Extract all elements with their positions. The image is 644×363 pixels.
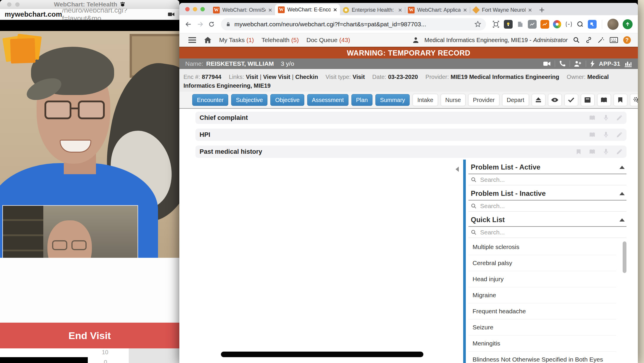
edit-pencil-icon[interactable]: [616, 115, 622, 121]
section-hpi[interactable]: HPI: [195, 129, 626, 141]
search-icon[interactable]: [573, 37, 580, 44]
list-item[interactable]: Frequent headache: [468, 303, 616, 319]
close-window-button[interactable]: [185, 7, 190, 11]
tab-plan[interactable]: Plan: [351, 94, 372, 106]
reload-button[interactable]: [208, 21, 215, 28]
close-tab-icon[interactable]: [463, 8, 467, 12]
book-icon[interactable]: [589, 115, 595, 120]
close-tab-icon[interactable]: [398, 8, 402, 12]
search-input[interactable]: [480, 202, 624, 210]
address-bar[interactable]: mywebchart.com/neuro/webchart.cgi?f=char…: [221, 18, 486, 30]
problem-list-inactive-header[interactable]: Problem List - Inactive: [468, 186, 626, 200]
tab-webchart-e-encounter[interactable]: W WebChart: E-Encou: [275, 4, 340, 15]
edit-pencil-icon[interactable]: [616, 149, 622, 155]
nav-telehealth[interactable]: Telehealth(5): [262, 37, 299, 44]
section-past-medical-history[interactable]: Past medical history: [195, 146, 626, 158]
back-button[interactable]: [185, 21, 192, 28]
extension-icon-analytics-orange[interactable]: [540, 20, 549, 29]
settings-gears-button[interactable]: [630, 94, 638, 106]
bookmark-star-icon[interactable]: [474, 21, 481, 28]
video-call-icon[interactable]: [543, 61, 551, 67]
home-icon[interactable]: [204, 37, 212, 44]
close-tab-icon[interactable]: [268, 8, 272, 12]
search-input[interactable]: [480, 229, 624, 236]
quick-list-header[interactable]: Quick List: [468, 213, 626, 227]
microphone-icon[interactable]: [604, 132, 608, 138]
end-visit-button[interactable]: End Visit: [0, 323, 179, 348]
microphone-icon[interactable]: [604, 115, 608, 121]
telehealth-address-bar[interactable]: mywebchart.com/neuro/webchart.cgi?f=layo…: [0, 9, 179, 20]
window-control-dot[interactable]: [7, 2, 11, 7]
keyboard-icon[interactable]: [610, 37, 618, 43]
problem-list-inactive-search[interactable]: [468, 200, 626, 212]
list-item[interactable]: Blindness Not Otherwise Specified in Bot…: [468, 352, 616, 363]
nurse-button[interactable]: Nurse: [441, 94, 466, 106]
link-icon[interactable]: [585, 37, 592, 44]
forward-button[interactable]: [196, 21, 204, 28]
chevron-up-icon[interactable]: [619, 218, 625, 222]
bolt-icon[interactable]: [590, 60, 595, 67]
add-person-icon[interactable]: [574, 61, 582, 67]
new-tab-button[interactable]: [538, 6, 545, 13]
extension-icon-parens[interactable]: [565, 21, 573, 27]
close-tab-icon[interactable]: [333, 8, 337, 12]
tab-objective[interactable]: Objective: [270, 94, 304, 106]
bookmark-button[interactable]: [614, 94, 627, 106]
close-tab-icon[interactable]: [528, 8, 532, 12]
menu-icon[interactable]: [188, 37, 196, 43]
chevron-up-icon[interactable]: [619, 166, 625, 169]
extension-icon-screenshot[interactable]: [492, 20, 500, 28]
list-item[interactable]: Migraine: [468, 287, 616, 303]
profile-avatar[interactable]: [607, 19, 619, 30]
list-item[interactable]: Multiple sclerosis: [468, 239, 616, 255]
tab-summary[interactable]: Summary: [375, 94, 410, 106]
quick-list-scrollbar-thumb[interactable]: [623, 241, 626, 273]
intake-button[interactable]: Intake: [413, 94, 438, 106]
book-icon[interactable]: [589, 132, 595, 137]
window-control-dot[interactable]: [15, 2, 20, 7]
book-button[interactable]: [597, 94, 611, 106]
book-icon[interactable]: [589, 149, 595, 154]
chevron-up-icon[interactable]: [619, 192, 625, 195]
tab-webchart-omniscope[interactable]: W WebChart: OmniSc: [210, 5, 275, 15]
wand-icon[interactable]: [597, 37, 604, 44]
zoom-window-button[interactable]: [200, 7, 205, 11]
collapse-panel-icon[interactable]: [456, 167, 459, 172]
logged-in-user[interactable]: Medical Informatics Engineering, MIE19 -…: [424, 37, 568, 44]
edit-pencil-icon[interactable]: [616, 132, 622, 138]
quick-list-search[interactable]: [468, 227, 626, 238]
view-visit-link[interactable]: View Visit: [263, 74, 290, 80]
camera-icon[interactable]: [168, 12, 175, 17]
browser-update-icon[interactable]: [623, 19, 633, 29]
extension-icon-compass[interactable]: [553, 20, 561, 28]
extension-icon-analytics-gray[interactable]: [528, 20, 537, 29]
lock-icon[interactable]: [226, 21, 231, 27]
extension-icon-lighthouse[interactable]: [504, 20, 513, 29]
problem-list-active-header[interactable]: Problem List - Active: [468, 160, 626, 174]
eye-button[interactable]: [548, 94, 562, 106]
tab-webchart-application[interactable]: W WebChart: Applica: [405, 5, 470, 15]
visit-link[interactable]: Visit: [246, 74, 258, 80]
eject-button[interactable]: [532, 94, 545, 106]
chart-stats-icon[interactable]: [624, 60, 632, 67]
archive-button[interactable]: [581, 94, 595, 106]
nav-my-tasks[interactable]: My Tasks(1): [219, 37, 254, 44]
extension-icon-q[interactable]: [576, 20, 584, 28]
extension-icon-pages[interactable]: [516, 20, 524, 28]
tab-enterprise-health[interactable]: Enterprise Health: (: [340, 5, 405, 15]
depart-button[interactable]: Depart: [502, 94, 529, 106]
tab-assessment[interactable]: Assessment: [307, 94, 348, 106]
bookmark-icon[interactable]: [576, 149, 581, 155]
nav-doc-queue[interactable]: Doc Queue(43): [306, 37, 350, 44]
microphone-icon[interactable]: [604, 148, 608, 155]
list-item[interactable]: Head injury: [468, 271, 616, 287]
list-item[interactable]: Cerebral palsy: [468, 255, 616, 271]
provider-button[interactable]: Provider: [468, 94, 499, 106]
tab-subjective[interactable]: Subjective: [231, 94, 267, 106]
minimize-window-button[interactable]: [193, 7, 197, 11]
tab-fort-wayne-neurology[interactable]: Fort Wayne Neurol: [470, 5, 535, 15]
search-input[interactable]: [480, 176, 624, 184]
help-icon[interactable]: ?: [623, 36, 631, 44]
check-button[interactable]: [564, 94, 578, 106]
list-item[interactable]: Meningitis: [468, 336, 616, 352]
